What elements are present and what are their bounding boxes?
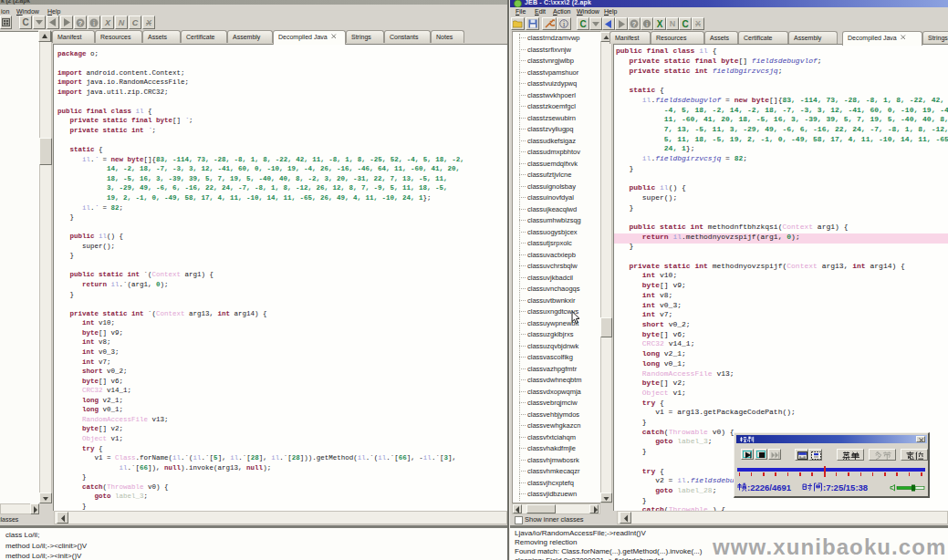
svg-text::7:25/15:38: :7:25/15:38 xyxy=(823,482,868,493)
svg-text::2226/4691: :2226/4691 xyxy=(747,482,792,493)
svg-text:i: i xyxy=(93,18,95,26)
svg-text:?: ? xyxy=(632,20,637,28)
svg-text:?: ? xyxy=(78,18,83,26)
